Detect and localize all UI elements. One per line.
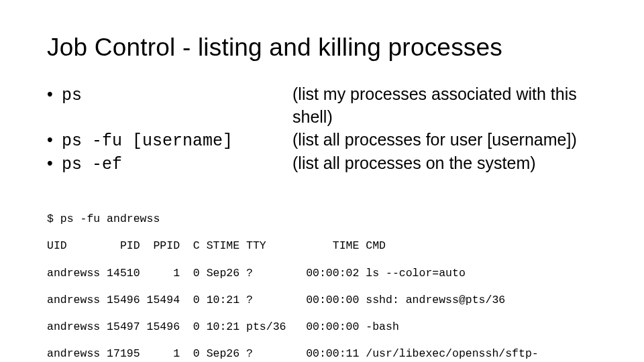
terminal-line: UID PID PPID C STIME TTY TIME CMD (47, 239, 597, 253)
terminal-line: andrewss 17195 1 0 Sep26 ? 00:00:11 /usr… (47, 347, 597, 361)
bullet-icon: • (47, 129, 62, 152)
terminal-line: andrewss 14510 1 0 Sep26 ? 00:00:02 ls -… (47, 267, 597, 280)
command-description: (list all processes for user [username]) (292, 129, 577, 152)
bullet-item: • ps (list my processes associated with … (47, 83, 597, 129)
command-text: ps -ef (62, 154, 292, 176)
terminal-line: andrewss 15497 15496 0 10:21 pts/36 00:0… (47, 320, 597, 334)
bullet-item: • ps -fu [username] (list all processes … (47, 129, 597, 153)
command-description: (list all processes on the system) (292, 152, 536, 175)
command-text: ps -fu [username] (62, 130, 292, 153)
terminal-line: $ ps -fu andrewss (47, 213, 597, 226)
terminal-output: $ ps -fu andrewss UID PID PPID C STIME T… (47, 199, 597, 362)
bullet-item: • ps -ef (list all processes on the syst… (47, 152, 597, 176)
bullet-list: • ps (list my processes associated with … (47, 83, 597, 176)
terminal-line: andrewss 15496 15494 0 10:21 ? 00:00:00 … (47, 294, 597, 307)
command-text: ps (62, 84, 292, 107)
bullet-icon: • (47, 152, 62, 175)
command-description: (list my processes associated with this … (292, 83, 597, 129)
page-title: Job Control - listing and killing proces… (47, 34, 597, 62)
bullet-icon: • (47, 83, 62, 106)
